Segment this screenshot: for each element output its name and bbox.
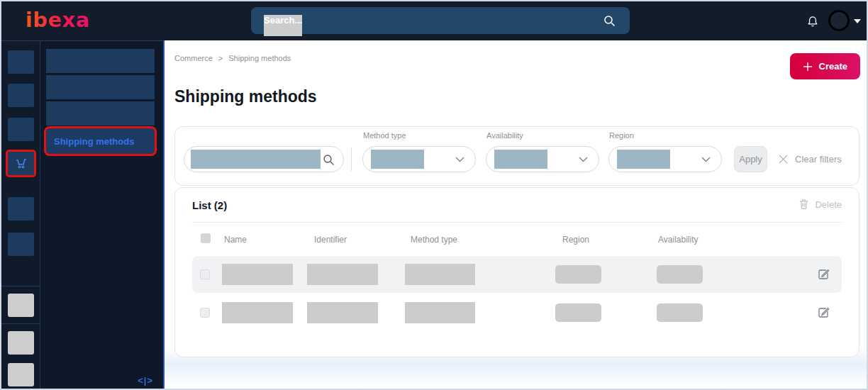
redaction-block [371, 150, 424, 169]
edit-button[interactable] [816, 306, 830, 320]
clear-filters-label: Clear filters [795, 154, 842, 165]
create-label: Create [819, 61, 847, 72]
main-content: Commerce > Shipping methods Create Shipp… [165, 40, 867, 389]
select-all-checkbox[interactable] [201, 233, 211, 243]
redaction-block [617, 150, 670, 169]
sidebar-item-2[interactable] [8, 84, 34, 107]
delete-label: Delete [815, 199, 842, 210]
menu-item-placeholder-2[interactable] [46, 75, 155, 99]
trash-icon [799, 199, 809, 210]
filter-divider [351, 147, 352, 171]
search-placeholder: Search... [264, 15, 302, 36]
collapse-panel-button[interactable]: <|> [138, 375, 153, 386]
ibexa-logo: ibexa [26, 8, 90, 32]
sidebar-divider [1, 286, 40, 286]
cell-placeholder-method-type [405, 302, 475, 323]
sidebar-item-1[interactable] [8, 50, 34, 74]
x-icon [779, 155, 788, 164]
avatar[interactable] [828, 10, 850, 31]
column-header-identifier: Identifier [314, 235, 347, 245]
icon-sidebar [1, 40, 40, 390]
region-select[interactable] [608, 146, 722, 172]
table-header: Name Identifier Method type Region Avail… [192, 229, 842, 250]
global-search-input[interactable]: Search... [251, 7, 630, 34]
method-type-select[interactable] [362, 146, 476, 172]
sidebar-item-6[interactable] [8, 233, 34, 256]
edit-icon [816, 306, 830, 320]
list-card: List (2) Delete Name Identifier Method t… [174, 187, 859, 357]
filter-label: Region [609, 131, 634, 140]
redaction-block [191, 150, 321, 169]
sidebar-item-5[interactable] [8, 197, 34, 221]
sidebar-item-3[interactable] [8, 118, 34, 141]
list-divider [192, 222, 842, 223]
cell-placeholder-method-type [405, 264, 475, 285]
clear-filters-button[interactable]: Clear filters [779, 146, 842, 172]
breadcrumb-separator: > [218, 54, 223, 62]
filter-bar: Method type Availability R [174, 126, 859, 186]
row-checkbox[interactable] [200, 308, 210, 318]
chevron-down-icon [701, 157, 711, 162]
row-checkbox[interactable] [200, 269, 210, 279]
chevron-down-icon [455, 157, 464, 162]
edit-icon [816, 267, 830, 282]
app-window: ibexa Search... [0, 0, 868, 390]
column-header-availability: Availability [658, 235, 698, 245]
filter-label: Method type [363, 131, 406, 140]
sidebar-bottom-item-1[interactable] [8, 294, 34, 317]
cell-placeholder-region [555, 265, 601, 284]
breadcrumb-item-commerce[interactable]: Commerce [174, 54, 213, 62]
redaction-block [494, 150, 547, 169]
secondary-menu: Shipping methods <|> [40, 40, 165, 390]
chevron-down-icon [579, 157, 588, 162]
sidebar-bottom-item-2[interactable] [8, 331, 34, 355]
apply-button[interactable]: Apply [734, 146, 767, 172]
menu-item-label: Shipping methods [54, 136, 134, 147]
plus-icon [803, 62, 813, 72]
column-header-region: Region [562, 235, 589, 245]
column-header-name: Name [224, 235, 247, 245]
sidebar-divider [1, 323, 40, 324]
sidebar-bottom-item-3[interactable] [8, 363, 34, 386]
breadcrumb-item-shipping-methods: Shipping methods [228, 54, 291, 62]
cell-placeholder-name [222, 264, 293, 285]
search-icon [603, 15, 616, 27]
breadcrumb: Commerce > Shipping methods [174, 54, 291, 62]
availability-select[interactable] [486, 146, 599, 172]
list-title: List (2) [192, 199, 227, 211]
cell-placeholder-name [222, 302, 293, 323]
create-button[interactable]: Create [790, 53, 860, 79]
column-header-method-type: Method type [411, 235, 457, 245]
menu-item-placeholder-3[interactable] [46, 101, 155, 126]
bell-icon[interactable] [806, 14, 820, 29]
search-icon [323, 154, 335, 166]
cell-placeholder-identifier [307, 264, 378, 285]
caret-down-icon[interactable] [854, 19, 861, 23]
topbar: ibexa Search... [1, 1, 867, 40]
filter-label: Availability [486, 131, 523, 140]
cell-placeholder-region [555, 303, 601, 322]
menu-item-shipping-methods[interactable]: Shipping methods [46, 128, 155, 154]
menu-item-placeholder-1[interactable] [46, 49, 155, 73]
table-row [192, 256, 842, 293]
cell-placeholder-availability [657, 265, 703, 284]
table-row [192, 294, 842, 331]
cell-placeholder-identifier [307, 302, 378, 323]
cell-placeholder-availability [657, 303, 703, 322]
edit-button[interactable] [816, 267, 830, 282]
shopping-cart-icon [13, 156, 29, 172]
filter-search-input[interactable] [184, 146, 344, 172]
sidebar-item-commerce[interactable] [8, 152, 34, 175]
delete-button[interactable]: Delete [799, 199, 842, 210]
page-title: Shipping methods [174, 87, 317, 106]
